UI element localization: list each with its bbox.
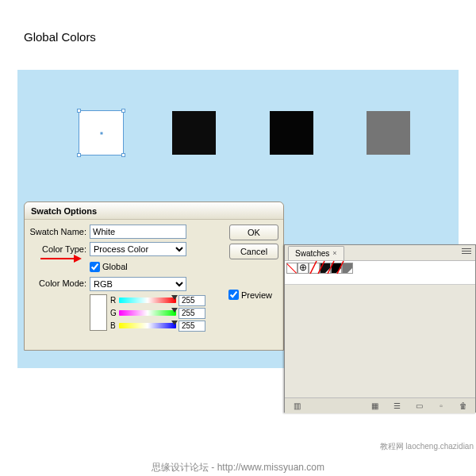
show-swatch-kinds-icon[interactable]: ▦ — [367, 401, 382, 412]
new-color-group-icon[interactable]: ▭ — [412, 401, 426, 412]
delete-swatch-icon[interactable]: 🗑 — [456, 401, 470, 412]
svg-line-5 — [310, 261, 317, 274]
selected-square-white[interactable] — [79, 111, 123, 155]
dialog-title: Swatch Options — [25, 202, 283, 220]
annotation-ticks-icon — [309, 259, 364, 275]
b-label: B — [110, 321, 117, 330]
watermark: 教程网 laocheng.chazidian — [380, 441, 474, 452]
global-label: Global — [102, 262, 128, 271]
svg-rect-3 — [462, 251, 471, 251]
square-black-1[interactable] — [172, 111, 216, 155]
swatch-name-label: Swatch Name: — [29, 227, 90, 236]
b-value[interactable] — [178, 321, 205, 332]
page-title: Global Colors — [24, 30, 96, 44]
footer-text: 思缘设计论坛 - http://www.missyuan.com — [0, 461, 476, 474]
cancel-button[interactable]: Cancel — [229, 244, 278, 259]
swatch-libraries-icon[interactable]: ▥ — [290, 401, 304, 412]
g-value[interactable] — [178, 308, 205, 319]
swatch-options-icon[interactable]: ☰ — [390, 401, 404, 412]
svg-rect-4 — [462, 253, 471, 254]
global-checkbox[interactable] — [90, 262, 100, 272]
close-icon[interactable]: × — [332, 247, 336, 260]
swatch-options-dialog: Swatch Options Swatch Name: Color Type: … — [24, 202, 284, 351]
g-label: G — [110, 309, 117, 317]
square-black-2[interactable] — [270, 111, 313, 155]
svg-line-7 — [328, 261, 334, 274]
svg-marker-1 — [74, 255, 82, 263]
swatch-none[interactable] — [286, 263, 298, 274]
swatch-preview — [90, 294, 107, 331]
r-slider[interactable] — [119, 298, 176, 303]
annotation-arrow-icon — [39, 253, 83, 264]
swatch-name-input[interactable] — [90, 225, 186, 239]
color-mode-select[interactable]: RGB — [90, 277, 186, 291]
new-swatch-icon[interactable]: ▫ — [434, 401, 448, 412]
swatch-registration[interactable] — [298, 263, 309, 274]
preview-label: Preview — [241, 290, 272, 300]
g-slider[interactable] — [119, 310, 176, 316]
r-value[interactable] — [178, 295, 205, 306]
r-label: R — [110, 296, 117, 305]
ok-button[interactable]: OK — [229, 225, 278, 240]
swatches-row — [285, 261, 475, 285]
b-slider[interactable] — [119, 323, 176, 328]
panel-footer: ▥ ▦ ☰ ▭ ▫ 🗑 — [285, 397, 475, 413]
panel-menu-icon[interactable] — [460, 247, 473, 256]
swatches-panel: Swatches× ▥ ▦ ☰ ▭ — [284, 244, 476, 413]
square-gray[interactable] — [367, 111, 410, 155]
svg-line-6 — [318, 261, 324, 274]
color-type-select[interactable]: Process Color — [90, 242, 186, 256]
svg-line-8 — [337, 261, 344, 274]
preview-checkbox[interactable] — [228, 290, 239, 300]
tab-swatches[interactable]: Swatches× — [288, 246, 344, 260]
color-mode-label: Color Mode: — [29, 277, 90, 288]
svg-rect-2 — [462, 248, 471, 249]
